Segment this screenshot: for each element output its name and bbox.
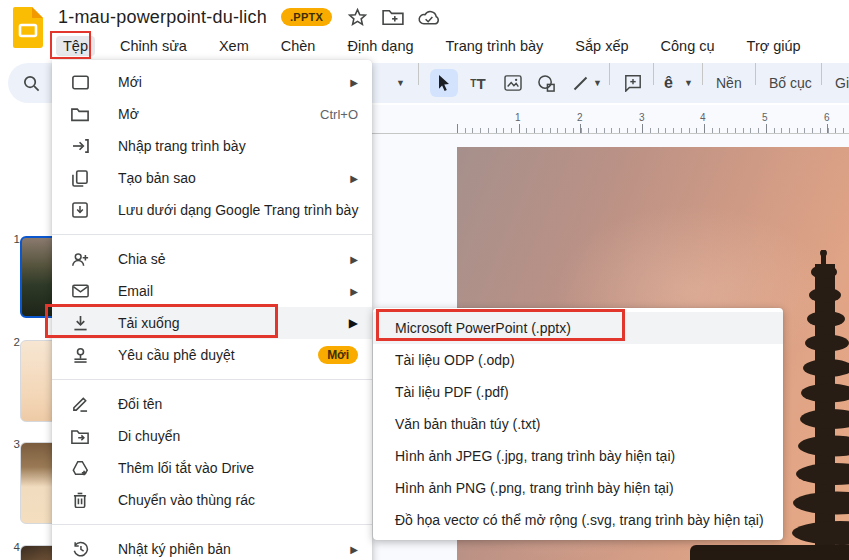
slide-number: 1 (8, 233, 20, 245)
line-tool-button[interactable] (566, 63, 594, 103)
slide-number: 2 (8, 336, 20, 348)
menu-item-label: Mới (118, 74, 142, 90)
menu-item-label: Chia sẻ (118, 251, 165, 267)
ruler-tick-label: 2 (577, 112, 583, 123)
slide-number: 3 (8, 438, 20, 450)
new-feature-badge: Mới (318, 346, 358, 364)
share-person-add-icon (70, 249, 90, 269)
menu-item-make-copy[interactable]: Tạo bản sao ▶ (52, 162, 372, 194)
document-title[interactable]: 1-mau-powerpoint-du-lich (58, 7, 267, 28)
menu-file[interactable]: Tệp (56, 36, 95, 56)
line-dropdown-icon[interactable]: ▼ (593, 63, 602, 103)
file-menu-panel: Mới ▶ Mở Ctrl+O Nhập trang trình bày (52, 60, 372, 560)
submenu-item-jpeg[interactable]: Hình ảnh JPEG (.jpg, trang trình bày hiệ… (373, 440, 783, 472)
trash-icon (70, 490, 90, 510)
submenu-item-odp[interactable]: Tài liệu ODP (.odp) (373, 344, 783, 376)
menu-shortcut: Ctrl+O (320, 107, 358, 122)
file-type-badge: .PPTX (281, 8, 332, 26)
menu-item-import-slides[interactable]: Nhập trang trình bày (52, 130, 372, 162)
menu-view[interactable]: Xem (212, 36, 256, 56)
submenu-arrow-icon: ▶ (350, 544, 358, 555)
submenu-item-pdf[interactable]: Tài liệu PDF (.pdf) (373, 376, 783, 408)
layout-button[interactable]: Bố cục (761, 63, 820, 103)
theme-button[interactable]: Gia (827, 63, 849, 103)
google-slides-window: 1 2 3 4 5 6 (0, 0, 849, 560)
submenu-arrow-icon: ▶ (350, 173, 358, 184)
insert-comment-button[interactable] (619, 63, 647, 103)
menu-item-label: Tạo bản sao (118, 170, 196, 186)
menu-item-rename[interactable]: Đổi tên (52, 388, 372, 420)
textbox-tool-button[interactable]: TT (464, 63, 492, 103)
search-icon[interactable] (22, 63, 41, 103)
submenu-arrow-icon: ▶ (349, 316, 358, 330)
menu-item-open[interactable]: Mở Ctrl+O (52, 98, 372, 130)
download-submenu-panel: Microsoft PowerPoint (.pptx) Tài liệu OD… (373, 308, 783, 540)
version-history-icon (70, 539, 90, 559)
google-slides-logo[interactable] (13, 7, 43, 48)
submenu-arrow-icon: ▶ (350, 254, 358, 265)
menu-item-label: Thêm lối tắt vào Drive (118, 460, 254, 476)
slide-number: 4 (8, 541, 20, 553)
toolbar-divider (821, 63, 822, 85)
temple-base-silhouette (690, 545, 849, 560)
submenu-item-txt[interactable]: Văn bản thuần túy (.txt) (373, 408, 783, 440)
menu-format[interactable]: Định dạng (340, 36, 420, 56)
menu-item-new[interactable]: Mới ▶ (52, 66, 372, 98)
special-char-button[interactable]: ê (664, 63, 673, 103)
email-icon (70, 281, 90, 301)
line-icon (566, 69, 594, 97)
toolbar-divider (653, 63, 654, 85)
toolbar-divider (702, 63, 703, 85)
menu-tools[interactable]: Công cụ (654, 36, 722, 56)
copy-icon (70, 168, 90, 188)
menu-item-label: Yêu cầu phê duyệt (118, 347, 235, 363)
menu-item-label: Lưu dưới dạng Google Trang trình bày (118, 202, 358, 218)
toolbar-divider (609, 63, 610, 85)
menu-slide[interactable]: Trang trình bày (439, 36, 551, 56)
ruler-tick-label: 4 (700, 112, 706, 123)
menu-edit[interactable]: Chỉnh sửa (113, 36, 194, 56)
menu-item-label: Mở (118, 106, 139, 122)
comment-add-icon (619, 69, 647, 97)
ruler-tick-label: 5 (762, 112, 768, 123)
submenu-item-png[interactable]: Hình ảnh PNG (.png, trang trình bày hiện… (373, 472, 783, 504)
slide-filmstrip: 1 2 3 4 5 (0, 105, 52, 560)
submenu-item-pptx[interactable]: Microsoft PowerPoint (.pptx) (373, 312, 783, 344)
select-tool-button[interactable] (430, 63, 458, 103)
import-slides-icon (70, 136, 90, 156)
submenu-arrow-icon: ▶ (350, 77, 358, 88)
menu-arrange[interactable]: Sắp xếp (568, 36, 635, 56)
menu-bar: Tệp Chỉnh sửa Xem Chèn Định dạng Trang t… (56, 33, 808, 58)
menu-item-version-history[interactable]: Nhật ký phiên bản ▶ (52, 533, 372, 560)
menu-item-download[interactable]: Tải xuống ▶ (52, 307, 372, 339)
background-button[interactable]: Nền (708, 63, 750, 103)
move-to-folder-icon[interactable] (382, 6, 404, 28)
insert-image-button[interactable] (499, 63, 527, 103)
menu-item-move[interactable]: Di chuyển (52, 420, 372, 452)
menu-item-label: Đổi tên (118, 396, 162, 412)
menu-help[interactable]: Trợ giúp (740, 36, 808, 56)
folder-open-icon (70, 104, 90, 124)
menu-item-email[interactable]: Email ▶ (52, 275, 372, 307)
ruler-tick-label: 6 (824, 112, 830, 123)
zoom-dropdown-icon[interactable]: ▼ (396, 63, 405, 103)
special-char-dropdown-icon[interactable]: ▼ (684, 63, 693, 103)
save-as-icon (70, 200, 90, 220)
menu-item-add-shortcut-to-drive[interactable]: Thêm lối tắt vào Drive (52, 452, 372, 484)
star-icon[interactable] (346, 6, 368, 28)
menu-item-share[interactable]: Chia sẻ ▶ (52, 243, 372, 275)
menu-insert[interactable]: Chèn (274, 36, 323, 56)
menu-item-request-approval[interactable]: Yêu cầu phê duyệt Mới (52, 339, 372, 371)
menu-item-save-as-google-slides[interactable]: Lưu dưới dạng Google Trang trình bày (52, 194, 372, 226)
menu-item-move-to-trash[interactable]: Chuyển vào thùng rác (52, 484, 372, 516)
drive-shortcut-icon (70, 458, 90, 478)
menu-item-label: Tải xuống (118, 315, 179, 331)
image-icon (499, 69, 527, 97)
shape-tool-button[interactable] (532, 63, 560, 103)
submenu-arrow-icon: ▶ (350, 286, 358, 297)
rename-pencil-icon (70, 394, 90, 414)
submenu-item-svg[interactable]: Đồ họa vectơ có thể mở rộng (.svg, trang… (373, 504, 783, 536)
cloud-saved-icon[interactable] (418, 6, 440, 28)
download-icon (70, 313, 90, 333)
cursor-arrow-icon (430, 69, 458, 97)
